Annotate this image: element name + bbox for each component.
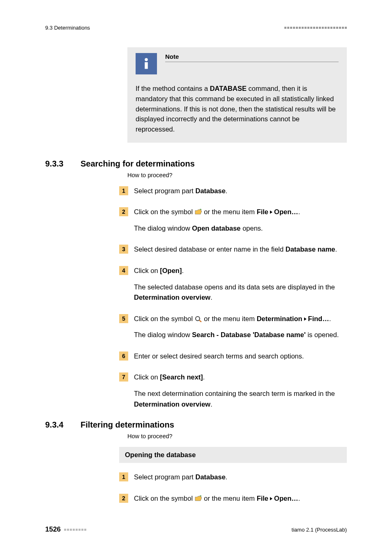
info-icon	[136, 53, 157, 74]
step-3: 3 Select desired database or enter name …	[119, 244, 347, 255]
step-6: 6 Enter or select desired search terms a…	[119, 351, 347, 362]
step-1: 1 Select program part Database.	[119, 186, 347, 197]
step-1: 1 Select program part Database.	[119, 472, 347, 483]
header-decoration	[284, 27, 347, 29]
step-number: 4	[119, 266, 128, 275]
svg-line-3	[199, 320, 201, 322]
step-number: 3	[119, 245, 128, 254]
section-934-heading: 9.3.4 Filtering determinations	[45, 420, 347, 430]
section-933-steps: 1 Select program part Database. 2 Click …	[119, 186, 347, 409]
note-title: Note	[165, 53, 339, 62]
section-933-heading: 9.3.3 Searching for determinations	[45, 159, 347, 169]
how-to-proceed: How to proceed?	[127, 172, 347, 178]
step-number: 5	[119, 314, 128, 323]
step-2: 2 Click on the symbol or the menu item F…	[119, 207, 347, 234]
search-icon	[195, 315, 202, 321]
svg-point-0	[145, 58, 148, 61]
note-box: Note If the method contains a DATABASE c…	[127, 47, 347, 143]
footer-decoration	[64, 529, 86, 531]
step-number: 2	[119, 207, 128, 216]
step-number: 6	[119, 352, 128, 361]
page-header: 9.3 Determinations	[45, 25, 347, 31]
step-4: 4 Click on [Open]. The selected database…	[119, 266, 347, 303]
header-section-label: 9.3 Determinations	[45, 25, 90, 31]
how-to-proceed: How to proceed?	[127, 433, 347, 439]
svg-rect-1	[145, 62, 148, 69]
page-footer: 1526 tiamo 2.1 (ProcessLab)	[45, 525, 347, 534]
open-folder-icon	[195, 495, 202, 501]
section-934-steps: 1 Select program part Database. 2 Click …	[119, 472, 347, 504]
step-7: 7 Click on [Search next]. The next deter…	[119, 372, 347, 409]
page-number: 1526	[45, 525, 61, 534]
step-number: 2	[119, 494, 128, 503]
menu-arrow-icon	[270, 497, 272, 500]
step-number: 1	[119, 472, 128, 481]
open-folder-icon	[195, 208, 202, 215]
footer-product-label: tiamo 2.1 (ProcessLab)	[292, 527, 347, 533]
svg-point-2	[196, 317, 200, 321]
step-number: 1	[119, 186, 128, 195]
note-body: If the method contains a DATABASE comman…	[127, 74, 339, 134]
step-2: 2 Click on the symbol or the menu item F…	[119, 493, 347, 504]
step-5: 5 Click on the symbol or the menu item D…	[119, 314, 347, 340]
step-number: 7	[119, 372, 128, 382]
menu-arrow-icon	[270, 210, 272, 214]
sub-heading-opening-database: Opening the database	[119, 447, 347, 463]
menu-arrow-icon	[304, 317, 307, 321]
